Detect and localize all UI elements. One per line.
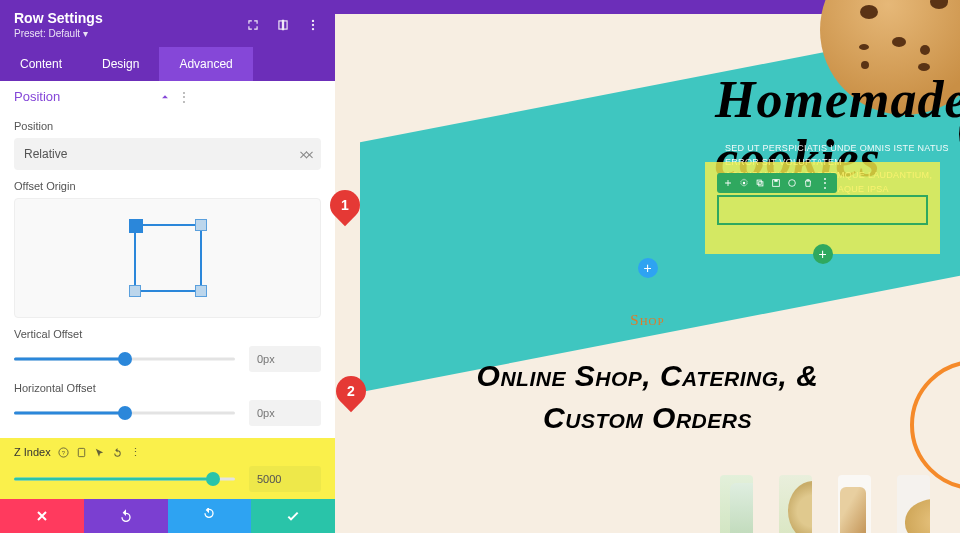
section-more-icon[interactable]: ⋮: [178, 91, 322, 103]
tab-content[interactable]: Content: [0, 47, 82, 81]
svg-rect-1: [282, 19, 284, 30]
hover-icon[interactable]: [94, 447, 105, 458]
row-more-icon[interactable]: ⋮: [819, 177, 831, 189]
more-icon[interactable]: [305, 17, 321, 33]
row-save-icon[interactable]: [771, 178, 781, 188]
zindex-row: [14, 466, 321, 492]
origin-bottom-right-handle[interactable]: [195, 285, 207, 297]
column-outline[interactable]: [717, 195, 928, 225]
origin-top-right-handle[interactable]: [195, 219, 207, 231]
position-label: Position: [14, 120, 321, 132]
tab-design[interactable]: Design: [82, 47, 159, 81]
zindex-block: Z Index ? ⋮: [0, 438, 335, 499]
row-settings-icon[interactable]: [739, 178, 749, 188]
panel-title-block: Row Settings Preset: Default ▾: [14, 10, 231, 39]
svg-point-4: [312, 27, 314, 29]
offset-origin-picker[interactable]: [14, 198, 321, 318]
panel-preset[interactable]: Preset: Default ▾: [14, 28, 231, 39]
vertical-offset-label: Vertical Offset: [14, 328, 321, 340]
panel-header: Row Settings Preset: Default ▾: [0, 0, 335, 47]
row-color-icon[interactable]: [787, 178, 797, 188]
product-card-1[interactable]: [720, 475, 753, 533]
vertical-offset-input[interactable]: 0px: [249, 346, 321, 372]
origin-square: [134, 224, 202, 292]
product-card-2[interactable]: [779, 475, 812, 533]
panel-tabs: Content Design Advanced: [0, 47, 335, 81]
row-delete-icon[interactable]: [803, 178, 813, 188]
svg-point-13: [789, 180, 796, 187]
position-value: Relative: [24, 147, 67, 161]
zindex-label: Z Index: [14, 446, 51, 458]
discard-button[interactable]: [0, 499, 84, 533]
svg-point-8: [743, 182, 746, 185]
card-menu-icon[interactable]: ⋯: [844, 529, 864, 533]
horizontal-offset-label: Horizontal Offset: [14, 382, 321, 394]
zindex-head: Z Index ? ⋮: [14, 446, 321, 458]
zindex-input[interactable]: [249, 466, 321, 492]
horizontal-offset-slider[interactable]: [14, 403, 235, 423]
origin-top-left-handle[interactable]: [129, 219, 143, 233]
product-card-4[interactable]: [897, 475, 930, 533]
section-position-head[interactable]: Position ⋮: [14, 81, 321, 110]
zindex-slider[interactable]: [14, 469, 235, 489]
horizontal-offset-input[interactable]: 0px: [249, 400, 321, 426]
position-select[interactable]: Relative: [14, 138, 321, 170]
horizontal-offset-row: 0px: [14, 400, 321, 426]
reset-icon[interactable]: [112, 447, 123, 458]
settings-panel: Row Settings Preset: Default ▾ Content D…: [0, 0, 335, 533]
panel-footer: [0, 499, 335, 533]
shop-eyebrow: Shop: [335, 312, 960, 329]
svg-text:?: ?: [62, 449, 66, 455]
shop-title: Online Shop, Catering, & Custom Orders: [335, 355, 960, 439]
svg-rect-7: [78, 448, 84, 456]
offset-origin-label: Offset Origin: [14, 180, 321, 192]
vertical-offset-row: 0px: [14, 346, 321, 372]
selected-row[interactable]: ⋮ +: [705, 162, 940, 254]
chevron-up-icon: [158, 90, 172, 104]
undo-button[interactable]: [84, 499, 168, 533]
row-add-icon[interactable]: [723, 178, 733, 188]
help-icon[interactable]: ?: [58, 447, 69, 458]
product-cards: ⋯: [720, 475, 930, 533]
section-position-label: Position: [14, 89, 158, 104]
panel-body: Position ⋮ Position Relative Offset Orig…: [0, 81, 335, 499]
page-preview: Homemade cookies Sed ut perspiciatis und…: [335, 0, 960, 533]
snap-icon[interactable]: [275, 17, 291, 33]
row-toolbar: ⋮: [717, 173, 837, 193]
zindex-field[interactable]: [257, 473, 313, 485]
expand-icon[interactable]: [245, 17, 261, 33]
save-button[interactable]: [251, 499, 335, 533]
row-duplicate-icon[interactable]: [755, 178, 765, 188]
add-row-button[interactable]: +: [813, 244, 833, 264]
add-section-button[interactable]: +: [638, 258, 658, 278]
zindex-more-icon[interactable]: ⋮: [130, 447, 141, 458]
svg-rect-12: [774, 180, 777, 182]
origin-bottom-left-handle[interactable]: [129, 285, 141, 297]
svg-point-2: [312, 19, 314, 21]
vertical-offset-slider[interactable]: [14, 349, 235, 369]
panel-title: Row Settings: [14, 10, 103, 26]
tab-advanced[interactable]: Advanced: [159, 47, 252, 81]
svg-point-3: [312, 23, 314, 25]
redo-button[interactable]: [168, 499, 252, 533]
product-card-3[interactable]: ⋯: [838, 475, 871, 533]
responsive-icon[interactable]: [76, 447, 87, 458]
